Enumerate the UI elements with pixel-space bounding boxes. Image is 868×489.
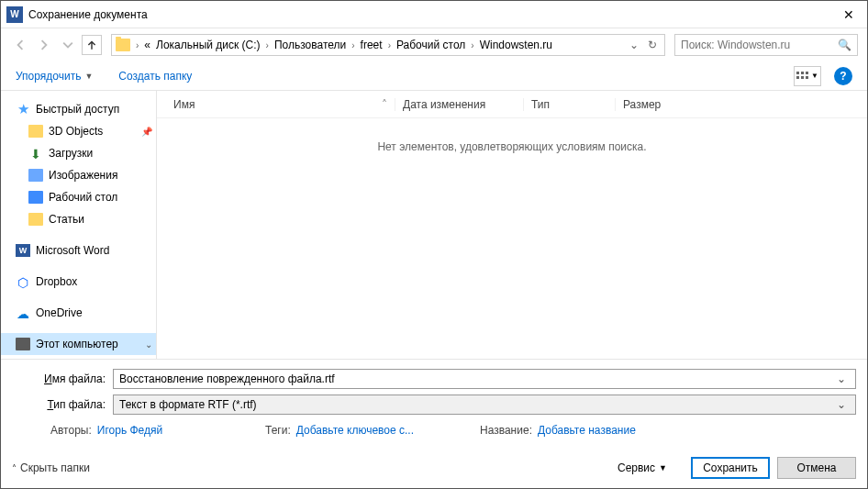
svg-rect-2 [806,72,808,74]
download-icon: ⬇ [28,147,43,160]
chevron-down-icon: ⌄ [145,339,152,350]
svg-rect-0 [796,72,799,74]
breadcrumb-prefix[interactable]: « [142,39,152,51]
view-options-button[interactable]: ▼ [794,66,821,86]
tags-label: Теги: [265,424,291,437]
sidebar-item-label: Microsoft Word [36,244,109,257]
nav-recent-dropdown[interactable] [58,35,78,55]
help-button[interactable]: ? [834,67,852,85]
sidebar-item-pictures[interactable]: Изображения [1,164,156,186]
breadcrumb[interactable]: › « Локальный диск (C:) › Пользователи ›… [111,34,665,56]
nav-forward-button[interactable] [34,35,54,55]
column-size[interactable]: Размер [616,98,858,111]
breadcrumb-item[interactable]: Рабочий стол [395,39,467,51]
column-date[interactable]: Дата изменения [395,98,524,111]
nav-up-button[interactable] [82,35,102,55]
column-name[interactable]: Имя˄ [166,98,395,111]
authors-value[interactable]: Игорь Федяй [97,424,162,437]
search-icon[interactable]: 🔍 [838,39,851,51]
sidebar-item-dropbox[interactable]: ⬡ Dropbox [1,271,156,293]
sidebar-item-downloads[interactable]: ⬇ Загрузки [1,142,156,164]
empty-message: Нет элементов, удовлетворяющих условиям … [157,118,867,359]
organize-menu[interactable]: Упорядочить▼ [16,70,93,83]
breadcrumb-item[interactable]: Windowsten.ru [478,39,554,51]
sidebar-item-label: Этот компьютер [36,338,118,350]
window-title: Сохранение документа [28,8,830,21]
sidebar-item-label: OneDrive [36,306,83,319]
sidebar-item-label: Dropbox [36,275,77,288]
sidebar-item-desktop[interactable]: Рабочий стол [1,186,156,208]
sidebar-item-onedrive[interactable]: ☁ OneDrive [1,302,156,324]
folder-icon [116,39,130,51]
search-input[interactable] [681,39,838,51]
chevron-right-icon: › [386,40,393,50]
cloud-icon: ☁ [16,306,30,319]
close-button[interactable]: ✕ [830,1,867,28]
sidebar-item-label: Загрузки [49,147,93,160]
svg-rect-3 [796,76,799,79]
breadcrumb-item[interactable]: freet [359,39,384,51]
breadcrumb-dropdown[interactable]: ⌄ [626,39,642,51]
chevron-up-icon: ˄ [12,463,17,473]
svg-rect-1 [801,72,804,74]
file-name-input[interactable]: Восстановление поврежденного файла.rtf ⌄ [113,369,856,389]
breadcrumb-item[interactable]: Локальный диск (C:) [154,39,262,51]
chevron-right-icon: › [134,40,140,50]
file-name-value: Восстановление поврежденного файла.rtf [119,372,833,385]
chevron-right-icon: › [350,40,356,50]
tags-value[interactable]: Добавьте ключевое с... [296,424,414,437]
chevron-down-icon[interactable]: ⌄ [833,372,850,385]
desktop-icon [28,191,43,204]
svg-rect-4 [801,76,804,79]
word-icon: W [16,244,30,257]
svg-rect-5 [806,76,808,79]
file-type-value: Текст в формате RTF (*.rtf) [119,398,833,411]
chevron-right-icon: › [264,40,271,50]
pictures-icon [28,169,43,182]
sidebar-item-label: Статьи [49,213,84,226]
sidebar-item-word[interactable]: W Microsoft Word [1,239,156,261]
save-button[interactable]: Сохранить [691,457,770,479]
title-meta-label: Название: [480,424,532,437]
chevron-right-icon: › [469,40,475,50]
chevron-down-icon: ▼ [659,463,667,472]
file-name-label: Имя файла: [12,372,113,385]
breadcrumb-refresh[interactable]: ↻ [644,39,661,51]
nav-back-button[interactable] [10,35,30,55]
chevron-down-icon[interactable]: ⌄ [833,398,850,411]
folder-icon [28,213,43,226]
file-type-label: Тип файла: [12,398,113,411]
word-app-icon: W [6,6,23,23]
star-icon: ★ [16,103,30,116]
service-menu[interactable]: Сервис ▼ [618,461,667,474]
sidebar-item-this-pc[interactable]: Этот компьютер ⌄ [1,333,156,355]
column-type[interactable]: Тип [524,98,616,111]
pin-icon: 📌 [141,127,152,137]
folder-icon [28,125,43,138]
file-type-select[interactable]: Текст в формате RTF (*.rtf) ⌄ [113,395,856,415]
sidebar-item-articles[interactable]: Статьи [1,208,156,230]
breadcrumb-item[interactable]: Пользователи [273,39,348,51]
sidebar-item-label: Изображения [49,169,117,182]
dropbox-icon: ⬡ [16,275,30,288]
pc-icon [16,338,30,350]
sort-indicator: ˄ [382,98,387,111]
sidebar-item-3d-objects[interactable]: 3D Objects 📌 [1,120,156,142]
sidebar-item-label: 3D Objects [49,125,103,138]
sidebar-item-label: Рабочий стол [49,191,117,204]
title-meta-value[interactable]: Добавьте название [538,424,636,437]
new-folder-button[interactable]: Создать папку [118,70,192,83]
sidebar-item-label: Быстрый доступ [36,103,119,116]
cancel-button[interactable]: Отмена [777,457,856,479]
authors-label: Авторы: [50,424,92,437]
sidebar-quick-access[interactable]: ★ Быстрый доступ [1,98,156,120]
hide-folders-toggle[interactable]: ˄ Скрыть папки [12,461,90,474]
